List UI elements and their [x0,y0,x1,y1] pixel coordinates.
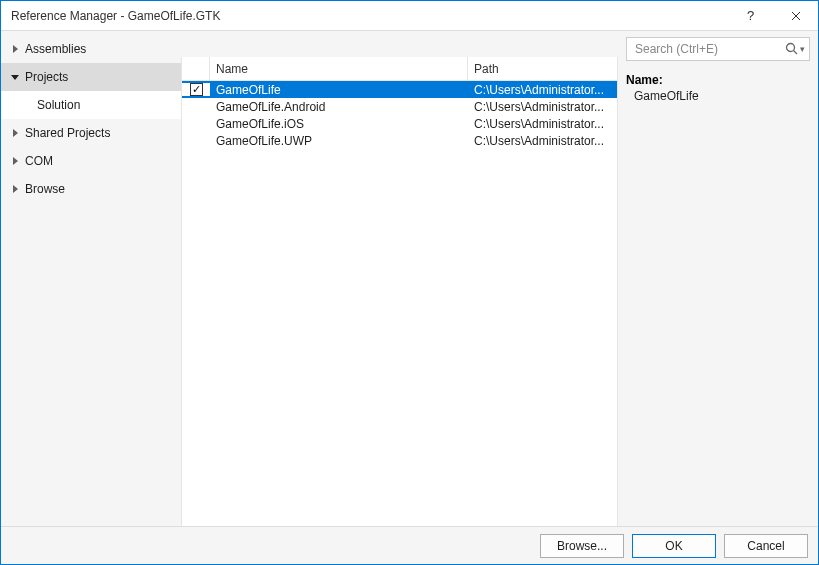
chevron-right-icon [9,183,21,195]
sidebar-item-label: Solution [37,98,80,112]
chevron-down-icon [9,71,21,83]
search-placeholder: Search (Ctrl+E) [635,42,785,56]
svg-point-0 [787,44,795,52]
close-icon [791,11,801,21]
row-path: C:\Users\Administrator... [468,134,617,148]
row-name: GameOfLife.UWP [210,134,468,148]
sidebar-item-label: Assemblies [25,42,86,56]
row-path: C:\Users\Administrator... [468,100,617,114]
svg-line-1 [794,51,798,55]
sidebar-item-shared-projects[interactable]: Shared Projects [1,119,181,147]
browse-button[interactable]: Browse... [540,534,624,558]
details-panel: Search (Ctrl+E) ▾ Name: GameOfLife [618,31,818,526]
chevron-right-icon [9,127,21,139]
row-name: GameOfLife.Android [210,100,468,114]
rows-container: GameOfLifeC:\Users\Administrator...GameO… [182,81,617,149]
row-path: C:\Users\Administrator... [468,117,617,131]
table-row[interactable]: GameOfLife.UWPC:\Users\Administrator... [182,132,617,149]
category-sidebar: Assemblies Projects Solution Shared Proj… [1,31,181,526]
column-header-name[interactable]: Name [210,57,468,80]
sidebar-item-browse[interactable]: Browse [1,175,181,203]
search-input[interactable]: Search (Ctrl+E) ▾ [626,37,810,61]
checkbox[interactable] [190,83,203,96]
sidebar-item-label: Shared Projects [25,126,110,140]
column-headers: Name Path [182,57,617,81]
content-area: Assemblies Projects Solution Shared Proj… [1,31,818,526]
sidebar-item-label: COM [25,154,53,168]
ok-button[interactable]: OK [632,534,716,558]
table-row[interactable]: GameOfLife.AndroidC:\Users\Administrator… [182,98,617,115]
reference-manager-window: Reference Manager - GameOfLife.GTK ? Ass… [0,0,819,565]
column-header-path[interactable]: Path [468,57,617,80]
titlebar: Reference Manager - GameOfLife.GTK ? [1,1,818,31]
row-checkbox-cell[interactable] [182,83,210,96]
help-button[interactable]: ? [728,1,773,31]
chevron-right-icon [9,43,21,55]
sidebar-item-label: Browse [25,182,65,196]
search-icon: ▾ [785,42,805,56]
help-icon: ? [747,8,754,23]
dialog-footer: Browse... OK Cancel [1,526,818,564]
cancel-button[interactable]: Cancel [724,534,808,558]
table-row[interactable]: GameOfLifeC:\Users\Administrator... [182,81,617,98]
window-title: Reference Manager - GameOfLife.GTK [11,9,728,23]
sidebar-item-assemblies[interactable]: Assemblies [1,35,181,63]
row-path: C:\Users\Administrator... [468,83,617,97]
sidebar-item-label: Projects [25,70,68,84]
close-button[interactable] [773,1,818,31]
detail-name-label: Name: [626,73,810,87]
sidebar-item-projects[interactable]: Projects [1,63,181,91]
sidebar-item-solution[interactable]: Solution [1,91,181,119]
column-header-check[interactable] [182,57,210,80]
table-row[interactable]: GameOfLife.iOSC:\Users\Administrator... [182,115,617,132]
sidebar-item-com[interactable]: COM [1,147,181,175]
chevron-right-icon [9,155,21,167]
detail-name-value: GameOfLife [626,89,810,103]
row-name: GameOfLife.iOS [210,117,468,131]
row-name: GameOfLife [210,83,468,97]
reference-list: Name Path GameOfLifeC:\Users\Administrat… [181,57,618,526]
